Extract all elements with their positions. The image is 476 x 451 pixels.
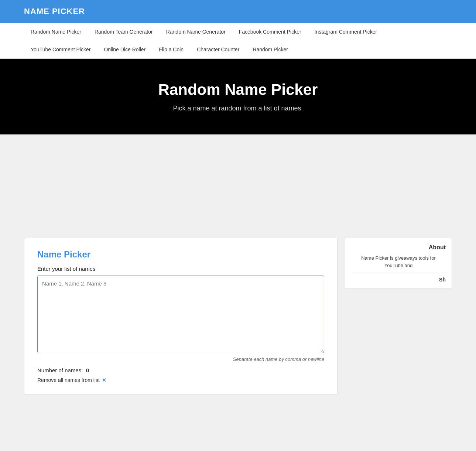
remove-all-button[interactable]: ✕ <box>102 377 106 383</box>
hero-title: Random Name Picker <box>7 81 469 99</box>
names-label: Enter your list of names <box>37 266 324 272</box>
remove-all-label: Remove all names from list <box>37 377 100 383</box>
nav-instagram-comment-picker[interactable]: Instagram Comment Picker <box>308 23 384 41</box>
nav-random-team-generator[interactable]: Random Team Generator <box>88 23 160 41</box>
nav-character-counter[interactable]: Character Counter <box>190 41 246 58</box>
site-logo[interactable]: NAME PICKER <box>24 7 85 16</box>
names-textarea[interactable] <box>37 276 324 353</box>
card-heading: Name Picker <box>37 249 324 260</box>
main-card: Name Picker Enter your list of names Sep… <box>24 238 338 394</box>
names-count-value: 0 <box>86 367 89 373</box>
sidebar: About Name Picker is giveaways tools for… <box>345 238 452 289</box>
main-layout: Name Picker Enter your list of names Sep… <box>0 230 476 402</box>
ad-area <box>0 134 476 230</box>
site-header: NAME PICKER <box>0 0 476 23</box>
nav-random-name-generator[interactable]: Random Name Generator <box>160 23 232 41</box>
hero-section: Random Name Picker Pick a name at random… <box>0 59 476 134</box>
nav-random-name-picker[interactable]: Random Name Picker <box>24 23 88 41</box>
hero-subtitle: Pick a name at random from a list of nam… <box>7 105 469 112</box>
about-heading: About <box>351 244 446 251</box>
remove-all-row: Remove all names from list ✕ <box>37 377 324 383</box>
nav-flip-a-coin[interactable]: Flip a Coin <box>152 41 190 58</box>
about-box: About Name Picker is giveaways tools for… <box>345 238 452 289</box>
about-divider <box>351 273 446 273</box>
about-text: Name Picker is giveaways tools for YouTu… <box>351 254 446 269</box>
main-nav: Random Name Picker Random Team Generator… <box>0 23 476 59</box>
separator-hint: Separate each name by comma or newline <box>37 356 324 362</box>
names-count: Number of names: 0 <box>37 367 324 373</box>
nav-random-picker[interactable]: Random Picker <box>246 41 295 58</box>
nav-online-dice-roller[interactable]: Online Dice Roller <box>97 41 152 58</box>
nav-youtube-comment-picker[interactable]: YouTube Comment Picker <box>24 41 97 58</box>
share-label: Sh <box>351 277 446 283</box>
names-count-label: Number of names: <box>37 367 83 373</box>
nav-facebook-comment-picker[interactable]: Facebook Comment Picker <box>232 23 308 41</box>
